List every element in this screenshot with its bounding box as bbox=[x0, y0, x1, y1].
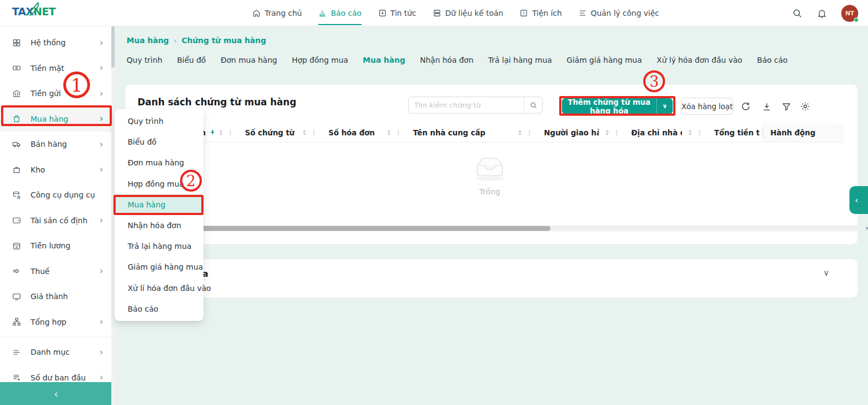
nav-item-quan-ly-cong-viec[interactable]: Quản lý công việc bbox=[578, 0, 659, 26]
download-icon[interactable] bbox=[761, 100, 773, 112]
column-label: Tên nhà cung cấp bbox=[413, 128, 486, 137]
sidebar-item-label: Tiền lương bbox=[31, 241, 103, 250]
sidebar-item-ban-hang[interactable]: Bán hàng › bbox=[0, 132, 112, 157]
avatar[interactable]: NT bbox=[841, 5, 858, 22]
sidebar-item-cong-cu-dung-cu[interactable]: Công cụ dụng cụ bbox=[0, 182, 112, 208]
menu-item-xu-li-hoa-don-dau-vao[interactable]: Xử lí hóa đơn đầu vào bbox=[115, 278, 203, 299]
menu-item-hop-dong-mua[interactable]: Hợp đồng mua bbox=[115, 174, 203, 194]
nav-item-trang-chu[interactable]: Trang chủ bbox=[252, 0, 302, 26]
sidebar-item-tien-mat[interactable]: Tiền mặt › bbox=[0, 56, 112, 81]
sidebar-item-thue[interactable]: Thuế › bbox=[0, 259, 112, 284]
menu-item-nhan-hoa-don[interactable]: Nhận hóa đơn bbox=[115, 215, 203, 236]
sort-icon[interactable] bbox=[387, 130, 391, 135]
column-header-dia-chi-nha-cung-cap[interactable]: Địa chỉ nhà cung cấp ⋮ bbox=[625, 123, 708, 142]
menu-item-bao-cao[interactable]: Báo cáo bbox=[115, 299, 203, 319]
bulk-delete-button[interactable]: Xóa hàng loạt bbox=[681, 98, 733, 115]
news-icon bbox=[378, 9, 387, 17]
chevron-right-icon: › bbox=[99, 317, 103, 326]
tab-mua-hang[interactable]: Mua hàng bbox=[363, 56, 405, 67]
sort-icon[interactable] bbox=[689, 130, 692, 135]
column-resize-handle-icon[interactable]: ⋮ bbox=[526, 129, 533, 137]
sidebar-item-mua-hang[interactable]: Mua hàng › bbox=[0, 106, 112, 132]
column-header-nguoi-giao-hang[interactable]: Người giao hàng ⋮ bbox=[537, 123, 625, 142]
mua-hang-submenu: Quy trình Biểu đồ Đơn mua hàng Hợp đồng … bbox=[115, 109, 203, 321]
nav-item-label: Trang chủ bbox=[265, 9, 302, 17]
home-icon bbox=[252, 9, 261, 17]
nav-item-tien-ich[interactable]: ? Tiện ích bbox=[519, 0, 561, 26]
tab-quy-trinh[interactable]: Quy trình bbox=[127, 56, 163, 67]
tab-hop-dong-mua[interactable]: Hợp đồng mua bbox=[292, 56, 348, 67]
sidebar-item-tien-gui[interactable]: Tiền gửi › bbox=[0, 81, 112, 106]
add-document-button[interactable]: Thêm chứng từ mua hàng hóa ∨ bbox=[562, 98, 673, 114]
sidebar-collapse-button[interactable]: ‹ bbox=[0, 382, 112, 405]
chevron-down-icon[interactable]: ∨ bbox=[656, 98, 673, 114]
column-header-so-hoa-don[interactable]: Số hóa đơn ⋮ bbox=[322, 123, 406, 142]
menu-item-giam-gia-hang-mua[interactable]: Giảm giá hàng mua bbox=[115, 257, 203, 277]
breadcrumb-section[interactable]: Mua hàng bbox=[127, 36, 169, 45]
column-header-hanh-dong[interactable]: Hành động bbox=[764, 123, 845, 142]
summary-panel[interactable]: a ∨ bbox=[125, 259, 858, 297]
sort-icon[interactable] bbox=[303, 130, 306, 135]
sort-icon[interactable] bbox=[606, 130, 609, 135]
menu-item-tra-lai-hang-mua[interactable]: Trả lại hàng mua bbox=[115, 236, 203, 257]
nav-item-label: Tiện ích bbox=[532, 9, 561, 17]
nav-item-tin-tuc[interactable]: Tin tức bbox=[378, 0, 416, 26]
menu-item-mua-hang[interactable]: Mua hàng bbox=[115, 194, 203, 215]
chevron-down-icon[interactable]: ∨ bbox=[823, 268, 829, 278]
chevron-right-icon: › bbox=[99, 89, 103, 98]
online-status-dot bbox=[854, 17, 859, 22]
column-resize-handle-icon[interactable]: ⋮ bbox=[613, 129, 620, 137]
sidebar-item-label: Danh mục bbox=[31, 348, 99, 356]
pin-icon[interactable] bbox=[209, 129, 216, 136]
tab-don-mua-hang[interactable]: Đơn mua hàng bbox=[220, 56, 277, 67]
sidebar-item-tien-luong[interactable]: Tiền lương bbox=[0, 233, 112, 259]
filter-icon[interactable] bbox=[780, 100, 792, 112]
sidebar-item-kho[interactable]: Kho › bbox=[0, 157, 112, 183]
database-icon bbox=[433, 9, 441, 17]
column-header-ten-nha-cung-cap[interactable]: Tên nhà cung cấp ⋮ bbox=[406, 123, 537, 142]
chevron-left-icon: ‹ bbox=[855, 195, 858, 205]
tab-bao-cao[interactable]: Báo cáo bbox=[757, 56, 788, 67]
search-submit-icon[interactable] bbox=[524, 97, 542, 113]
chevron-right-icon: › bbox=[99, 266, 103, 276]
nav-item-bao-cao[interactable]: Báo cáo bbox=[318, 0, 361, 26]
column-header-tong-tien-thanh-toan[interactable]: Tổng tiền thanh to bbox=[708, 123, 764, 142]
tab-tra-lai-hang-mua[interactable]: Trả lại hàng mua bbox=[488, 56, 552, 67]
tab-xu-ly-hoa-don-dau-vao[interactable]: Xử lý hóa đơn đầu vào bbox=[657, 56, 743, 67]
bell-icon[interactable] bbox=[817, 8, 827, 19]
sidebar-item-he-thong[interactable]: Hệ thống › bbox=[0, 30, 112, 56]
calendar-check-icon bbox=[12, 241, 23, 251]
sidebar-scrollbar-thumb[interactable] bbox=[111, 26, 115, 68]
column-resize-handle-icon[interactable]: ⋮ bbox=[227, 129, 234, 137]
tab-bieu-do[interactable]: Biểu đồ bbox=[177, 56, 206, 67]
sidebar-item-danh-muc[interactable]: Danh mục › bbox=[0, 340, 112, 365]
tab-giam-gia-hang-mua[interactable]: Giảm giá hàng mua bbox=[567, 56, 642, 67]
right-panel-toggle[interactable]: ‹ bbox=[849, 186, 868, 214]
tab-bar: Quy trình Biểu đồ Đơn mua hàng Hợp đồng … bbox=[127, 56, 788, 67]
menu-item-quy-trinh[interactable]: Quy trình bbox=[115, 111, 203, 132]
scroll-right-arrow-icon[interactable]: ▸ bbox=[866, 224, 868, 231]
nav-item-du-lieu-ke-toan[interactable]: Dữ liệu kế toán bbox=[433, 0, 504, 26]
sidebar-item-tai-san-co-dinh[interactable]: Tài sản cố định › bbox=[0, 208, 112, 234]
tab-nhan-hoa-don[interactable]: Nhận hóa đơn bbox=[420, 56, 474, 67]
sidebar-item-label: Tiền mặt bbox=[31, 64, 99, 73]
settings-gear-icon[interactable] bbox=[799, 100, 811, 112]
column-header-so-chung-tu[interactable]: Số chứng từ ⋮ bbox=[238, 123, 322, 142]
horizontal-scrollbar[interactable]: ▸ bbox=[140, 225, 861, 231]
sidebar-item-tong-hop[interactable]: Tổng hợp › bbox=[0, 309, 112, 335]
search-input[interactable] bbox=[409, 97, 524, 113]
column-resize-handle-icon[interactable]: ⋮ bbox=[696, 129, 703, 137]
refresh-icon[interactable] bbox=[740, 100, 752, 112]
sidebar-item-label: Bán hàng bbox=[31, 140, 99, 148]
sidebar-item-gia-thanh[interactable]: Giá thành bbox=[0, 284, 112, 309]
taxnet-logo[interactable]: TAXNET bbox=[12, 5, 77, 22]
sort-icon[interactable] bbox=[518, 130, 522, 135]
search-icon[interactable] bbox=[792, 8, 803, 19]
sidebar-item-label: Giá thành bbox=[31, 292, 103, 301]
column-resize-handle-icon[interactable]: ⋮ bbox=[395, 129, 402, 137]
add-document-button-label: Thêm chứng từ mua hàng hóa bbox=[562, 98, 656, 115]
sort-icon[interactable] bbox=[219, 130, 223, 135]
column-resize-handle-icon[interactable]: ⋮ bbox=[310, 129, 318, 137]
menu-item-don-mua-hang[interactable]: Đơn mua hàng bbox=[115, 152, 203, 173]
menu-item-bieu-do[interactable]: Biểu đồ bbox=[115, 132, 203, 152]
